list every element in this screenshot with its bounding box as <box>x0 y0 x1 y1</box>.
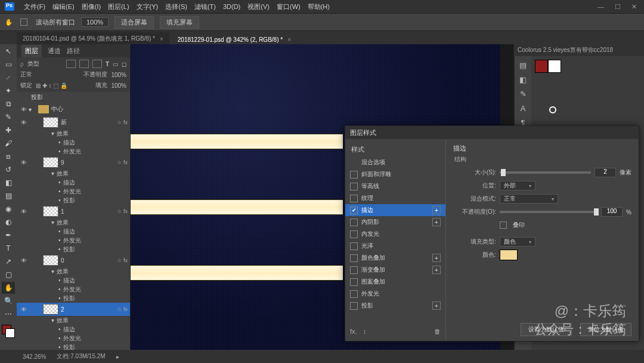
eraser-tool-icon[interactable]: ◧ <box>2 177 15 189</box>
stroke-color-swatch[interactable] <box>500 250 518 260</box>
overprint-checkbox[interactable] <box>500 222 507 229</box>
layer-list[interactable]: 投影👁▾中心👁新☆ fx▾效果•描边•外发光👁9☆ fx▾效果•描边•外发光•投… <box>17 92 130 350</box>
zoom-input[interactable]: 100% <box>81 17 109 27</box>
layer-effects-header[interactable]: ▾效果 <box>17 218 130 227</box>
layer-effect-item[interactable]: •投影 <box>17 294 130 303</box>
menu-image[interactable]: 图像(I) <box>82 2 101 11</box>
layer-row[interactable]: 👁0☆ fx <box>17 254 130 267</box>
layer-effect-item[interactable]: •投影 <box>17 343 130 350</box>
doc-tab-1[interactable]: 20180104-01.psd @ 54.9% (颜色填充 1, RGB/8) … <box>17 32 169 45</box>
layer-effects-header[interactable]: ▾效果 <box>17 316 130 325</box>
style-row[interactable]: 颜色叠加+ <box>345 252 445 264</box>
layer-folder[interactable]: 👁▾中心 <box>17 103 130 116</box>
opacity-slider[interactable] <box>500 211 597 213</box>
layer-effect-item[interactable]: •描边 <box>17 276 130 285</box>
prev-color-swatch[interactable] <box>548 60 561 73</box>
path-tool-icon[interactable]: ↗ <box>2 256 15 267</box>
style-row[interactable]: 投影+ <box>345 300 445 312</box>
hue-handle-icon[interactable] <box>549 106 556 113</box>
pen-tool-icon[interactable]: ✒ <box>2 229 15 241</box>
text-panel-icon[interactable]: A <box>517 103 529 113</box>
style-row[interactable]: 斜面和浮雕 <box>345 168 445 180</box>
layer-effect-item[interactable]: •描边 <box>17 227 130 236</box>
layer-effect-item[interactable]: •描边 <box>17 178 130 187</box>
style-row[interactable]: 光泽 <box>345 240 445 252</box>
menu-filter[interactable]: 滤镜(T) <box>194 2 216 11</box>
layer-effect-item[interactable]: •外发光 <box>17 285 130 294</box>
stamp-tool-icon[interactable]: ⧈ <box>2 150 15 162</box>
eyedropper-tool-icon[interactable]: ✎ <box>2 111 15 123</box>
fill-value[interactable]: 100% <box>111 82 126 89</box>
style-row[interactable]: 图案叠加 <box>345 276 445 288</box>
layer-group-head[interactable]: 投影 <box>17 92 130 103</box>
layer-effect-item[interactable]: •描边 <box>17 325 130 334</box>
color-panel-icon[interactable]: ◧ <box>517 74 529 85</box>
scroll-all-checkbox[interactable] <box>20 19 27 26</box>
layer-effects-header[interactable]: ▾效果 <box>17 169 130 178</box>
move-tool-icon[interactable]: ↖ <box>2 45 15 57</box>
window-min-icon[interactable]: — <box>597 3 604 11</box>
style-row[interactable]: 渐变叠加+ <box>345 264 445 276</box>
brush-tool-icon[interactable]: 🖌 <box>2 137 15 149</box>
menu-type[interactable]: 文字(Y) <box>137 2 159 11</box>
status-zoom[interactable]: 342.26% <box>23 353 46 360</box>
menu-layer[interactable]: 图层(L) <box>108 2 129 11</box>
size-input[interactable]: 2 <box>595 168 616 177</box>
menu-help[interactable]: 帮助(H) <box>308 2 330 11</box>
size-slider[interactable] <box>500 171 591 174</box>
close-icon[interactable]: × <box>287 36 291 43</box>
window-close-icon[interactable]: ✕ <box>631 3 637 11</box>
style-row[interactable]: 内阴影+ <box>345 216 445 228</box>
layer-effect-item[interactable]: •外发光 <box>17 147 130 156</box>
zoom-tool-icon[interactable]: 🔍 <box>2 295 15 307</box>
style-row[interactable]: 纹理 <box>345 192 445 204</box>
fx-trash-icon[interactable]: 🗑 <box>434 328 441 335</box>
dialog-title[interactable]: 图层样式 <box>345 126 639 139</box>
style-row[interactable]: 外发光 <box>345 288 445 300</box>
more-tools-icon[interactable]: ⋯ <box>2 308 15 320</box>
brush-panel-icon[interactable]: ✎ <box>517 88 529 99</box>
filltype-select[interactable]: 颜色▾ <box>500 237 535 247</box>
marquee-tool-icon[interactable]: ▭ <box>2 59 15 70</box>
hand-tool-icon[interactable]: ✋ <box>4 17 14 27</box>
history-brush-icon[interactable]: ↺ <box>2 164 15 176</box>
blur-tool-icon[interactable]: ◉ <box>2 203 15 215</box>
set-default-button[interactable]: 设置为默认值 <box>521 323 572 336</box>
heal-tool-icon[interactable]: ✚ <box>2 124 15 136</box>
layer-row[interactable]: 👁1☆ fx <box>17 205 130 218</box>
window-max-icon[interactable]: ☐ <box>615 3 621 11</box>
menu-3d[interactable]: 3D(D) <box>223 3 240 10</box>
style-row[interactable]: 内发光 <box>345 228 445 240</box>
position-select[interactable]: 外部▾ <box>500 181 535 190</box>
menu-file[interactable]: 文件(F) <box>24 2 45 11</box>
layer-row[interactable]: 👁新☆ fx <box>17 116 130 129</box>
opacity-input[interactable]: 100 <box>601 207 623 217</box>
lasso-tool-icon[interactable]: ⟋ <box>2 72 15 84</box>
layer-effects-header[interactable]: ▾效果 <box>17 129 130 138</box>
color-swatches[interactable] <box>2 325 15 338</box>
layer-row[interactable]: 👁2☆ fx <box>17 303 130 316</box>
layer-effect-item[interactable]: •外发光 <box>17 236 130 245</box>
hand-tool-icon[interactable]: ✋ <box>2 282 15 294</box>
fx-add-icon[interactable]: fx. <box>350 328 357 335</box>
menu-window[interactable]: 窗口(W) <box>277 2 301 11</box>
layer-effect-item[interactable]: •外发光 <box>17 334 130 343</box>
type-tool-icon[interactable]: T <box>2 242 15 254</box>
tab-layers[interactable]: 图层 <box>21 45 42 57</box>
shape-tool-icon[interactable]: ▢ <box>2 269 15 281</box>
menu-view[interactable]: 视图(V) <box>247 2 270 11</box>
layer-row[interactable]: 👁9☆ fx <box>17 156 130 169</box>
style-row[interactable]: ✔描边+ <box>345 204 445 216</box>
tab-channels[interactable]: 通道 <box>48 47 61 56</box>
background-swatch[interactable] <box>5 328 15 338</box>
fit-screen-button[interactable]: 适合屏幕 <box>114 16 154 29</box>
wand-tool-icon[interactable]: ✦ <box>2 85 15 97</box>
gradient-tool-icon[interactable]: ▤ <box>2 190 15 202</box>
tab-paths[interactable]: 路径 <box>67 47 80 56</box>
blend-options-row[interactable]: 混合选项 <box>345 156 445 168</box>
menu-edit[interactable]: 编辑(E) <box>52 2 75 11</box>
layer-effects-header[interactable]: ▾效果 <box>17 267 130 276</box>
layer-effect-item[interactable]: •描边 <box>17 138 130 147</box>
layer-effect-item[interactable]: •投影 <box>17 245 130 254</box>
layer-effect-item[interactable]: •外发光 <box>17 187 130 196</box>
